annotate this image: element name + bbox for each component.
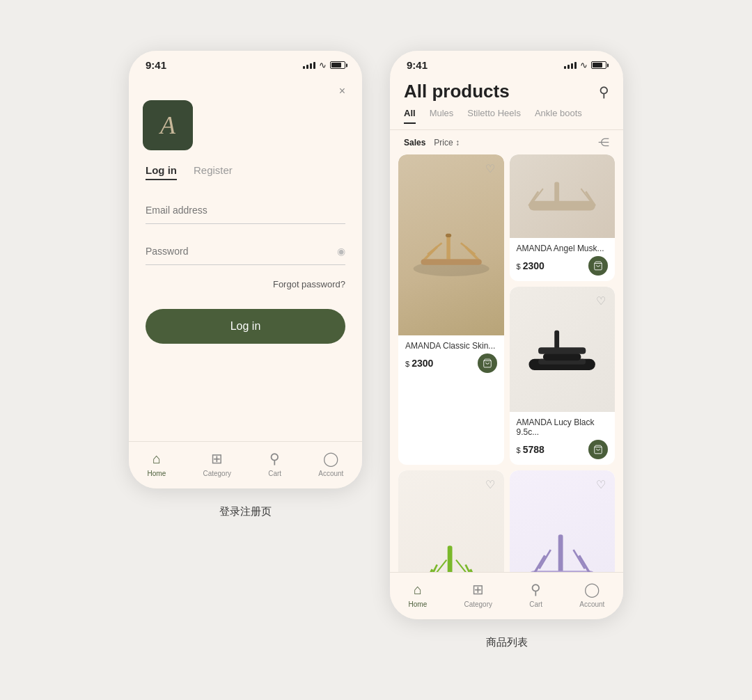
product-name-1: AMANDA Classic Skin... [405, 341, 497, 351]
battery-icon [330, 61, 345, 69]
wifi-icon-2: ∿ [580, 60, 588, 70]
email-input[interactable] [146, 205, 345, 216]
wishlist-btn-3[interactable]: ♡ [482, 476, 499, 493]
tab-all[interactable]: All [404, 108, 416, 124]
products-status-bar: 9:41 ∿ [390, 51, 623, 75]
tab-stiletto[interactable]: Stiletto Heels [467, 108, 521, 124]
svg-rect-24 [447, 546, 452, 572]
logo-letter: A [160, 111, 175, 140]
svg-rect-7 [421, 259, 481, 264]
svg-line-6 [460, 243, 474, 254]
nav-category[interactable]: ⊞ Category [203, 450, 231, 477]
cart-add-icon-4 [593, 445, 603, 454]
password-field-wrap: ◉ [146, 238, 345, 265]
tab-register[interactable]: Register [194, 164, 233, 180]
home-icon: ⌂ [152, 451, 161, 467]
signal-bar-4 [574, 62, 577, 69]
products-status-icons: ∿ [564, 60, 606, 70]
grid-toggle-icon[interactable]: ⋲ [598, 136, 609, 149]
login-bottom-nav: ⌂ Home ⊞ Category ⚲ Cart ◯ Account [129, 441, 362, 488]
product-name-2: AMANDA Angel Musk... [517, 244, 609, 253]
wishlist-btn-4[interactable]: ♡ [593, 292, 609, 309]
products-nav-account-label: Account [579, 600, 604, 608]
product-info-2: AMANDA Angel Musk... $ 2300 [510, 238, 616, 281]
tab-login[interactable]: Log in [146, 164, 177, 180]
products-nav-account[interactable]: ◯ Account [579, 581, 604, 608]
products-time: 9:41 [407, 59, 428, 71]
product-price-row-1: $ 2300 [405, 353, 497, 373]
password-input[interactable] [146, 246, 345, 257]
tab-mules[interactable]: Mules [430, 108, 454, 124]
nav-category-label: Category [203, 470, 231, 477]
products-phone-label: 商品列表 [486, 636, 528, 649]
svg-line-5 [428, 243, 441, 254]
signal-bar-3 [310, 63, 312, 69]
product-image-3: ♡ [398, 470, 504, 572]
shoe-svg-beige [515, 159, 609, 234]
login-phone-wrapper: 9:41 ∿ × [129, 51, 362, 518]
close-button[interactable]: × [336, 82, 348, 100]
signal-bar-4 [313, 62, 315, 69]
product-price-1: $ 2300 [405, 358, 433, 369]
tab-ankle[interactable]: Ankle boots [535, 108, 582, 124]
products-phone-wrapper: 9:41 ∿ All products ⚲ [390, 51, 623, 649]
wishlist-btn-5[interactable]: ♡ [593, 476, 609, 493]
eye-icon[interactable]: ◉ [337, 246, 345, 257]
add-cart-btn-2[interactable] [588, 256, 608, 276]
login-button[interactable]: Log in [146, 309, 345, 344]
nav-cart-label: Cart [268, 470, 281, 477]
add-cart-btn-4[interactable] [588, 440, 608, 459]
home-icon-p: ⌂ [414, 582, 422, 598]
svg-rect-8 [446, 234, 451, 237]
svg-line-39 [574, 550, 585, 568]
login-time: 9:41 [146, 59, 166, 71]
battery-icon-2 [591, 61, 606, 69]
cart-icon: ⚲ [269, 450, 280, 467]
page-title: All products [404, 81, 510, 102]
products-nav-home[interactable]: ⌂ Home [409, 582, 428, 608]
login-content: Log in Register ◉ Forgot password? Log i… [129, 164, 362, 358]
products-nav-cart[interactable]: ⚲ Cart [529, 581, 542, 608]
shoe-svg-black [515, 293, 609, 406]
cart-add-icon-2 [593, 261, 603, 271]
signal-bar-1 [303, 66, 305, 69]
product-card-3: ♡ AMANDA Lazaar Lime... $ 3887 $4000 [398, 470, 504, 572]
sort-price[interactable]: Price ↕ [434, 138, 460, 148]
wifi-icon: ∿ [319, 60, 327, 70]
products-nav-category-label: Category [464, 600, 492, 608]
product-image-4: ♡ [510, 287, 616, 412]
products-grid: ♡ AMANDA Classic Skin... $ 2300 [390, 154, 623, 572]
signal-bar-3 [571, 63, 573, 69]
svg-rect-11 [554, 182, 559, 203]
product-image-5: ♡ [510, 470, 616, 572]
product-image-1: ♡ [398, 154, 504, 335]
email-field-wrap [146, 197, 345, 224]
nav-cart[interactable]: ⚲ Cart [268, 450, 281, 477]
nav-home-label: Home [148, 470, 166, 477]
cart-add-icon [483, 358, 492, 368]
svg-rect-20 [543, 353, 581, 360]
login-phone: 9:41 ∿ × [129, 51, 362, 488]
wishlist-btn-1[interactable]: ♡ [482, 160, 499, 177]
login-header-area: × [129, 75, 362, 100]
nav-home[interactable]: ⌂ Home [148, 451, 166, 477]
search-icon-button[interactable]: ⚲ [599, 83, 609, 100]
products-nav-category[interactable]: ⊞ Category [464, 581, 492, 608]
signal-bar-2 [306, 65, 308, 69]
product-image-2 [510, 154, 616, 238]
forgot-password-link[interactable]: Forgot password? [146, 279, 345, 289]
svg-rect-21 [538, 347, 586, 354]
login-status-bar: 9:41 ∿ [129, 51, 362, 75]
category-icon: ⊞ [211, 450, 223, 467]
login-logo-area: A [129, 100, 362, 164]
sort-sales[interactable]: Sales [404, 138, 425, 148]
signal-bar-1 [564, 66, 566, 69]
add-cart-btn-1[interactable] [478, 353, 497, 373]
nav-account[interactable]: ◯ Account [318, 450, 343, 477]
battery-fill [331, 63, 341, 67]
product-price-4: $ 5788 [517, 444, 545, 455]
signal-bar-2 [567, 65, 570, 69]
brand-logo: A [143, 100, 193, 150]
login-status-icons: ∿ [303, 60, 345, 70]
product-price-row-2: $ 2300 [517, 256, 609, 276]
